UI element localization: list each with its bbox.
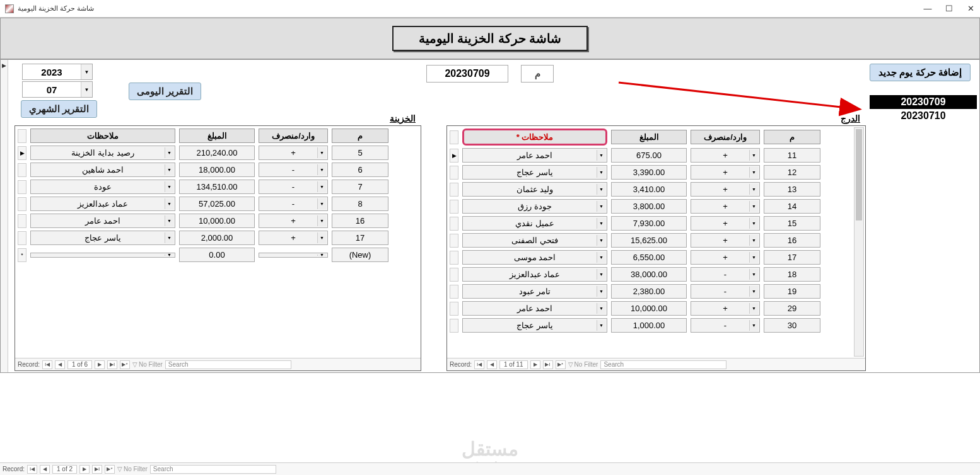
direction-cell[interactable]: +▼	[259, 146, 328, 160]
search-input[interactable]: Search	[600, 360, 726, 369]
m-cell[interactable]: 14	[764, 199, 820, 214]
monthly-report-button[interactable]: التقرير الشهري	[21, 100, 97, 118]
direction-cell[interactable]: +▼	[259, 231, 328, 245]
maximize-button[interactable]: ☐	[945, 4, 954, 13]
notes-cell[interactable]: احمد عامر▼	[462, 301, 607, 316]
daily-report-button[interactable]: التقرير اليومى	[129, 83, 201, 100]
m-cell[interactable]: 16	[332, 214, 388, 228]
notes-cell[interactable]: عودة▼	[30, 180, 175, 194]
m-cell[interactable]: 19	[764, 284, 820, 299]
notes-cell[interactable]: تامر عبود▼	[462, 284, 607, 299]
amount-cell[interactable]: 10,000.00	[179, 214, 255, 228]
nav-last-icon[interactable]: ▶I	[107, 360, 117, 369]
row-selector[interactable]	[450, 183, 458, 197]
amount-cell[interactable]: 2,380.00	[611, 284, 687, 299]
nav-new-icon[interactable]: ▶*	[120, 360, 130, 369]
m-cell[interactable]: 17	[764, 250, 820, 265]
row-selector[interactable]	[450, 234, 458, 248]
notes-cell[interactable]: احمد شاهين▼	[30, 163, 175, 177]
direction-cell[interactable]: +▼	[691, 301, 760, 316]
notes-cell[interactable]: احمد موسى▼	[462, 250, 607, 265]
row-selector[interactable]: ▶	[18, 146, 26, 160]
row-selector[interactable]	[18, 163, 26, 177]
add-day-button[interactable]: إضافة حركة يوم جديد	[870, 64, 971, 81]
amount-cell[interactable]: 1,000.00	[611, 318, 687, 333]
notes-cell[interactable]: فتحي الصفنى▼	[462, 233, 607, 248]
direction-cell[interactable]: -▼	[259, 197, 328, 211]
nav-new-icon[interactable]: ▶*	[556, 360, 566, 369]
direction-cell[interactable]: +▼	[691, 199, 760, 214]
scrollbar[interactable]	[854, 127, 864, 357]
amount-cell[interactable]: 7,930.00	[611, 216, 687, 231]
date-field[interactable]: 20230709	[426, 65, 508, 83]
direction-cell[interactable]: +▼	[691, 165, 760, 180]
amount-cell[interactable]: 38,000.00	[611, 267, 687, 282]
notes-cell[interactable]: رصيد بداية الخزينة▼	[30, 146, 175, 160]
m-cell[interactable]: 30	[764, 318, 820, 333]
direction-cell[interactable]: -▼	[259, 163, 328, 177]
m-cell[interactable]: 29	[764, 301, 820, 316]
row-selector[interactable]	[450, 285, 458, 299]
nav-prev-icon[interactable]: ◀	[487, 360, 497, 369]
nav-prev-icon[interactable]: ◀	[55, 360, 65, 369]
notes-cell[interactable]: عماد عبدالعزيز▼	[462, 267, 607, 282]
nav-first-icon[interactable]: I◀	[474, 360, 484, 369]
m-cell[interactable]: 8	[332, 197, 388, 211]
m-cell[interactable]: 17	[332, 231, 388, 245]
row-selector[interactable]	[450, 302, 458, 316]
nav-next-icon[interactable]: ▶	[95, 360, 105, 369]
notes-cell[interactable]: وليد عثمان▼	[462, 182, 607, 197]
direction-cell[interactable]: -▼	[259, 180, 328, 194]
row-selector[interactable]	[18, 180, 26, 194]
row-selector[interactable]: ▶	[450, 149, 458, 163]
row-selector[interactable]	[450, 200, 458, 214]
m-cell[interactable]: 16	[764, 233, 820, 248]
amount-cell[interactable]: 210,240.00	[179, 146, 255, 160]
amount-cell[interactable]: 675.00	[611, 148, 687, 163]
amount-cell[interactable]: 15,625.00	[611, 233, 687, 248]
direction-cell[interactable]: -▼	[691, 284, 760, 299]
row-selector[interactable]: *	[18, 248, 26, 262]
notes-cell[interactable]: احمد عامر▼	[462, 148, 607, 163]
m-cell[interactable]: 7	[332, 180, 388, 194]
row-selector[interactable]	[18, 214, 26, 228]
amount-cell[interactable]: 134,510.00	[179, 180, 255, 194]
m-field[interactable]: م	[521, 65, 554, 83]
year-combo[interactable]: 2023 ▼	[22, 64, 93, 80]
notes-cell[interactable]: ياسر عجاج▼	[462, 318, 607, 333]
notes-cell[interactable]: احمد عامر▼	[30, 214, 175, 228]
amount-cell[interactable]: 0.00	[179, 248, 255, 262]
row-selector[interactable]	[450, 268, 458, 282]
m-cell[interactable]: (New)	[332, 248, 388, 262]
m-cell[interactable]: 11	[764, 148, 820, 163]
close-button[interactable]: ✕	[966, 4, 975, 13]
direction-cell[interactable]: +▼	[691, 216, 760, 231]
row-selector[interactable]	[450, 251, 458, 265]
direction-cell[interactable]: -▼	[691, 267, 760, 282]
m-cell[interactable]: 15	[764, 216, 820, 231]
notes-cell[interactable]: عميل نقدي▼	[462, 216, 607, 231]
m-cell[interactable]: 18	[764, 267, 820, 282]
search-input[interactable]: Search	[165, 360, 291, 369]
direction-cell[interactable]: +▼	[691, 148, 760, 163]
amount-cell[interactable]: 3,800.00	[611, 199, 687, 214]
amount-cell[interactable]: 2,000.00	[179, 231, 255, 245]
direction-cell[interactable]: +▼	[691, 233, 760, 248]
row-selector[interactable]	[18, 231, 26, 245]
notes-cell[interactable]: عماد عبدالعزيز▼	[30, 197, 175, 211]
amount-cell[interactable]: 18,000.00	[179, 163, 255, 177]
nav-last-icon[interactable]: ▶I	[543, 360, 553, 369]
minimize-button[interactable]: —	[923, 4, 932, 13]
direction-cell[interactable]: +▼	[691, 182, 760, 197]
notes-cell[interactable]: ياسر عجاج▼	[30, 231, 175, 245]
amount-cell[interactable]: 3,390.00	[611, 165, 687, 180]
direction-cell[interactable]: +▼	[259, 214, 328, 228]
nav-first-icon[interactable]: I◀	[42, 360, 52, 369]
row-selector[interactable]	[450, 319, 458, 333]
amount-cell[interactable]: 57,025.00	[179, 197, 255, 211]
amount-cell[interactable]: 10,000.00	[611, 301, 687, 316]
row-selector[interactable]	[450, 166, 458, 180]
day-item[interactable]: 20230710	[870, 109, 977, 123]
notes-cell[interactable]: ▼	[30, 253, 175, 258]
day-item[interactable]: 20230709	[870, 95, 977, 109]
